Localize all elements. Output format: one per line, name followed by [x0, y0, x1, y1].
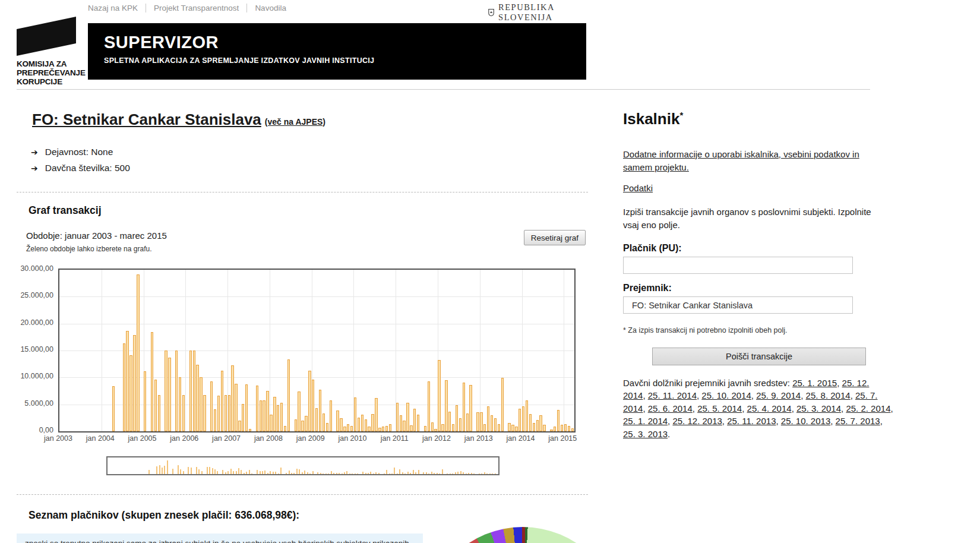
chart-bar: [511, 425, 514, 431]
chart-bar: [112, 386, 115, 431]
chart-bar: [228, 395, 230, 431]
chart-bar: [365, 419, 367, 431]
chart-bar: [561, 425, 563, 431]
podatki-link[interactable]: Podatki: [623, 183, 653, 193]
overview-bar: [397, 473, 398, 474]
recipient-input[interactable]: [623, 296, 853, 314]
overview-bar: [357, 473, 358, 474]
chart-bar: [295, 419, 297, 431]
chart-bar: [312, 380, 314, 431]
chart-bar: [319, 390, 321, 431]
overview-bar: [196, 467, 197, 474]
chart-bar: [323, 413, 325, 431]
data-paragraph: Podatki: [623, 183, 653, 193]
overview-bar: [471, 473, 472, 474]
overview-bar: [450, 473, 451, 474]
nav-link-navodila[interactable]: Navodila: [255, 4, 286, 12]
nav-link-nazaj-na-kpk[interactable]: Nazaj na KPK: [88, 4, 138, 12]
chart-bar: [245, 384, 248, 431]
chart-bar: [151, 332, 153, 431]
overview-bar: [368, 473, 369, 474]
entity-name-link[interactable]: FO: Setnikar Cankar Stanislava: [32, 111, 261, 128]
debtor-date-link[interactable]: 25. 5. 2014: [697, 403, 742, 413]
overview-bar: [156, 466, 157, 474]
app-title: SUPERVIZOR: [104, 33, 586, 52]
debtor-date-link[interactable]: 25. 2. 2014: [846, 403, 890, 413]
overview-bar: [275, 472, 276, 474]
debtor-date-link[interactable]: 25. 1. 2014: [623, 416, 668, 426]
kpk-logo[interactable]: KOMISIJA ZAPREPREČEVANJEKORUPCIJE: [17, 17, 88, 86]
chart-bar: [557, 410, 559, 431]
nav-separator: [246, 4, 247, 12]
debtor-date-link[interactable]: 25. 3. 2014: [796, 403, 841, 413]
chart-bar: [526, 400, 528, 431]
payers-pie-chart[interactable]: [425, 527, 621, 543]
overview-bar: [362, 472, 363, 474]
x-axis-tick-label: jan 2009: [290, 434, 331, 443]
chart-bar: [469, 385, 472, 431]
payer-input[interactable]: [623, 257, 853, 274]
debtor-date-link[interactable]: 25. 3. 2013: [623, 429, 668, 439]
chart-bar: [200, 377, 202, 431]
chart-bar: [476, 412, 479, 431]
overview-bar: [426, 472, 427, 474]
debtor-date-link[interactable]: 25. 10. 2014: [701, 390, 751, 400]
chart-overview-selector[interactable]: [106, 456, 500, 475]
chart-bar: [158, 395, 160, 431]
chart-bar: [280, 403, 283, 431]
overview-bar: [407, 472, 409, 474]
overview-bar: [495, 473, 496, 474]
x-axis-tick-label: jan 2005: [122, 434, 163, 443]
chart-bar: [330, 400, 332, 431]
chart-bar: [463, 383, 465, 432]
overview-bar: [289, 471, 290, 474]
debtor-date-link[interactable]: 25. 9. 2014: [756, 390, 801, 400]
chart-bar: [343, 427, 346, 431]
debtor-date-link[interactable]: 25. 11. 2013: [727, 416, 776, 426]
additional-info-link[interactable]: Dodatne informacije o uporabi iskalnika,…: [623, 149, 859, 172]
overview-bar: [460, 471, 461, 474]
debtor-date-link[interactable]: 25. 6. 2014: [648, 403, 693, 413]
bar-chart-plot[interactable]: [58, 269, 576, 432]
overview-bar: [217, 471, 218, 474]
overview-bar: [378, 473, 380, 474]
debtor-date-link[interactable]: 25. 4. 2014: [747, 403, 792, 413]
search-transactions-button[interactable]: Poišči transakcije: [652, 348, 866, 365]
chart-bar: [389, 424, 391, 431]
overview-bar: [415, 472, 416, 474]
chart-bar: [196, 365, 198, 431]
x-axis-tick-label: jan 2010: [331, 434, 373, 443]
overview-bar: [191, 468, 192, 474]
search-heading: Iskalnik*: [623, 110, 683, 128]
overview-bar: [328, 473, 329, 474]
overview-bar: [439, 473, 440, 474]
ajpes-link[interactable]: (več na AJPES): [265, 117, 325, 127]
chart-bar: [270, 415, 272, 431]
y-axis-tick-label: 15.000,00: [17, 345, 53, 353]
graph-hint: Želeno obdobje lahko izberete na grafu.: [26, 245, 151, 253]
chart-bar: [438, 360, 440, 431]
debtor-date-link[interactable]: 25. 11. 2014: [648, 390, 697, 400]
chart-bar: [466, 413, 469, 431]
debtor-date-link[interactable]: 25. 7. 2013: [836, 416, 880, 426]
nav-link-projekt-transparentnost[interactable]: Projekt Transparentnost: [154, 4, 239, 12]
x-axis-tick-label: jan 2015: [542, 434, 583, 443]
debtor-date-link[interactable]: 25. 1. 2015: [792, 378, 837, 388]
overview-bar: [447, 473, 448, 474]
debtor-date-link[interactable]: 25. 12. 2013: [672, 416, 722, 426]
coat-of-arms-icon: [488, 8, 494, 17]
debtor-date-link[interactable]: 25. 10. 2013: [781, 416, 830, 426]
overview-bar: [389, 473, 390, 474]
chart-bar: [336, 411, 339, 431]
overview-bar: [375, 472, 377, 474]
overview-bar: [391, 473, 393, 474]
overview-bar: [355, 473, 356, 474]
chart-bar: [539, 415, 542, 431]
debtor-date-link[interactable]: 25. 8. 2014: [806, 390, 851, 400]
reset-graph-button[interactable]: Resetiraj graf: [524, 230, 586, 245]
overview-bar: [484, 472, 485, 474]
chart-bar: [235, 384, 237, 431]
overview-bar: [410, 473, 411, 474]
overview-bar: [198, 469, 200, 474]
chart-bar: [301, 421, 304, 431]
